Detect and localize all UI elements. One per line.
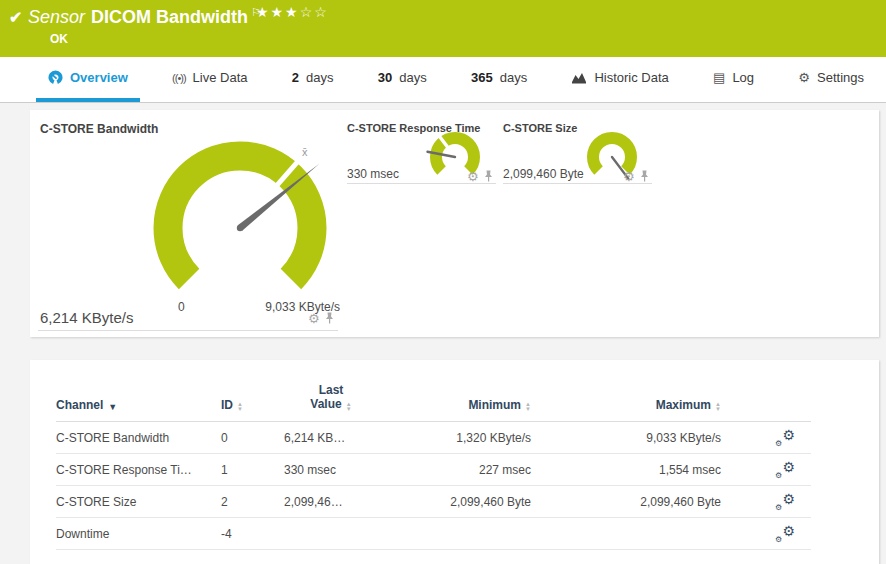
sensor-type-label: Sensor — [28, 7, 85, 27]
channel-settings-gears-icon[interactable]: ⚙⚙ — [775, 493, 795, 511]
column-header-minimum[interactable]: Minimum ▲▼ — [386, 374, 531, 422]
column-header-maximum[interactable]: Maximum ▲▼ — [531, 374, 721, 422]
bandwidth-last-value: 6,214 KByte/s — [40, 309, 133, 326]
table-row-actions: ⚙⚙ — [721, 486, 811, 518]
gauge-title-bandwidth: C-STORE Bandwidth — [40, 122, 158, 136]
table-row-minimum — [386, 518, 531, 550]
tab-label: Overview — [70, 70, 128, 85]
list-icon: ▤ — [713, 70, 725, 85]
table-row-minimum: 227 msec — [386, 454, 531, 486]
column-label: Last Value — [310, 383, 343, 411]
sort-arrows-icon: ▲▼ — [237, 402, 243, 412]
column-label: ID — [221, 398, 233, 412]
channel-settings-gears-icon[interactable]: ⚙⚙ — [775, 429, 795, 447]
tab-2-days[interactable]: 2 days — [280, 57, 346, 102]
tab-label: Log — [732, 70, 754, 85]
tab-live-data[interactable]: ((•)) Live Data — [160, 57, 259, 102]
tab-label: Settings — [817, 70, 864, 85]
area-chart-icon — [571, 71, 587, 84]
gear-icon[interactable]: ⚙ — [623, 170, 635, 183]
table-row-actions: ⚙⚙ — [721, 422, 811, 454]
gauge-actions: ⚙ — [467, 170, 493, 183]
tab-label: Historic Data — [594, 70, 668, 85]
column-header-channel[interactable]: Channel ▼ — [56, 374, 221, 422]
table-row-id: 0 — [221, 422, 276, 454]
divider — [347, 183, 496, 184]
table-row-id: 1 — [221, 454, 276, 486]
table-row-channel-name[interactable]: C-STORE Bandwidth — [56, 422, 221, 454]
tab-label: days — [500, 70, 527, 85]
tab-label: days — [399, 70, 426, 85]
priority-stars[interactable]: ★★★☆☆ — [256, 4, 329, 20]
divider — [38, 330, 338, 331]
gauge-actions: ⚙ — [308, 312, 334, 325]
table-row-channel-name[interactable]: C-STORE Response Ti… — [56, 454, 221, 486]
sort-arrows-icon: ▲▼ — [346, 402, 352, 412]
channel-settings-gears-icon[interactable]: ⚙⚙ — [775, 525, 795, 543]
response-time-last-value: 330 msec — [347, 167, 399, 181]
divider — [503, 183, 652, 184]
tab-overview[interactable]: Overview — [36, 57, 140, 102]
table-row-last-value — [276, 518, 386, 550]
gear-icon: ⚙ — [798, 70, 810, 85]
gauge-scale-min: 0 — [178, 300, 185, 314]
column-header-last-value[interactable]: Last Value▲▼ — [276, 374, 386, 422]
pin-icon[interactable] — [484, 170, 493, 183]
tab-365-days[interactable]: 365 days — [459, 57, 539, 102]
tab-settings[interactable]: ⚙ Settings — [786, 57, 876, 102]
table-row-actions: ⚙⚙ — [721, 454, 811, 486]
broadcast-icon: ((•)) — [172, 72, 186, 84]
pin-icon[interactable] — [640, 170, 649, 183]
gear-icon[interactable]: ⚙ — [308, 312, 320, 325]
tab-number: 365 — [471, 70, 493, 85]
table-row-maximum: 1,554 msec — [531, 454, 721, 486]
column-header-id[interactable]: ID ▲▼ — [221, 374, 276, 422]
tab-number: 2 — [292, 70, 299, 85]
table-row-id: 2 — [221, 486, 276, 518]
tab-30-days[interactable]: 30 days — [366, 57, 439, 102]
column-label: Minimum — [468, 398, 521, 412]
table-row-last-value: 330 msec — [276, 454, 386, 486]
status-ok-check-icon: ✔ — [9, 8, 22, 27]
status-badge: OK — [50, 32, 68, 46]
column-header-actions — [721, 374, 811, 422]
bandwidth-gauge — [140, 136, 340, 312]
table-row-minimum: 1,320 KByte/s — [386, 422, 531, 454]
page-title: SensorDICOM Bandwidth⚐ — [28, 6, 261, 28]
table-row-channel-name[interactable]: Downtime — [56, 518, 221, 550]
tab-log[interactable]: ▤ Log — [701, 57, 766, 102]
table-row-last-value: 6,214 KB… — [276, 422, 386, 454]
tab-number: 30 — [378, 70, 392, 85]
size-last-value: 2,099,460 Byte — [503, 167, 584, 181]
mean-marker-label: x̄ — [302, 146, 308, 158]
tab-historic-data[interactable]: Historic Data — [559, 57, 680, 102]
pin-icon[interactable] — [325, 312, 334, 325]
tab-bar: Overview ((•)) Live Data 2 days 30 days … — [0, 57, 886, 103]
table-row-channel-name[interactable]: C-STORE Size — [56, 486, 221, 518]
table-row-maximum: 2,099,460 Byte — [531, 486, 721, 518]
gauge-icon — [48, 70, 63, 85]
table-row-actions: ⚙⚙ — [721, 518, 811, 550]
gauges-panel: C-STORE Bandwidth x̄ 0 9,033 KByte/s 6,2… — [30, 110, 879, 337]
gauge-title-size: C-STORE Size — [503, 122, 577, 134]
table-row-maximum — [531, 518, 721, 550]
gear-icon[interactable]: ⚙ — [467, 170, 479, 183]
tab-label: Live Data — [193, 70, 248, 85]
sensor-name: DICOM Bandwidth — [91, 7, 248, 27]
column-label: Maximum — [656, 398, 711, 412]
column-label: Channel — [56, 398, 103, 412]
table-row-maximum: 9,033 KByte/s — [531, 422, 721, 454]
channel-settings-gears-icon[interactable]: ⚙⚙ — [775, 461, 795, 479]
channels-table: Channel ▼ ID ▲▼ Last Value▲▼ Minimum ▲▼ … — [56, 374, 811, 550]
table-row-id: -4 — [221, 518, 276, 550]
tab-label: days — [306, 70, 333, 85]
table-row-last-value: 2,099,46… — [276, 486, 386, 518]
gauge-actions: ⚙ — [623, 170, 649, 183]
sensor-status-header: ✔ SensorDICOM Bandwidth⚐ ★★★☆☆ OK — [0, 0, 886, 57]
channels-panel: Channel ▼ ID ▲▼ Last Value▲▼ Minimum ▲▼ … — [30, 360, 879, 564]
sort-desc-icon: ▼ — [108, 402, 117, 412]
table-row-minimum: 2,099,460 Byte — [386, 486, 531, 518]
